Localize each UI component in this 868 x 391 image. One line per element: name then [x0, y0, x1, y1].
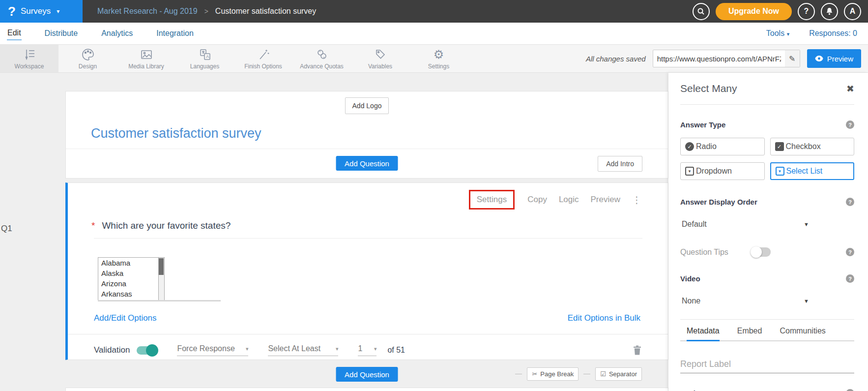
- edit-url-pencil-icon[interactable]: ✎: [785, 50, 800, 67]
- answer-display-order-dropdown[interactable]: Default ▼: [680, 220, 809, 229]
- close-icon[interactable]: ✖: [846, 83, 854, 94]
- kebab-menu-icon[interactable]: ⋮: [632, 194, 641, 206]
- workspace-icon: [23, 47, 36, 62]
- tab-analytics[interactable]: Analytics: [101, 27, 133, 40]
- answer-type-select-list[interactable]: ▼ Select List: [770, 162, 855, 180]
- question-settings-panel: Select Many ✖ Answer Type ? ✓ Radio ✓ Ch…: [668, 73, 868, 391]
- palette-icon: [81, 47, 95, 62]
- toolbar-item-languages[interactable]: A Languages: [175, 45, 234, 72]
- editor-main: Q1 Add Logo Customer satisfaction survey…: [0, 73, 868, 391]
- header-footer: Add Question Add Intro: [66, 149, 668, 178]
- validation-toggle[interactable]: [137, 346, 157, 355]
- list-item[interactable]: Alabama: [98, 258, 164, 268]
- chevron-down-icon: ▾: [787, 31, 790, 37]
- toolbar-item-advance-quotas[interactable]: Advance Quotas: [292, 45, 351, 72]
- tab-metadata[interactable]: Metadata: [687, 327, 720, 341]
- survey-header-card: Add Logo Customer satisfaction survey Ad…: [65, 91, 668, 179]
- panel-divider: [680, 104, 854, 105]
- metadata-tabs: Metadata Embed Communities: [680, 327, 854, 341]
- radio-check-icon: ✓: [685, 142, 694, 151]
- question-code: Q1: [1, 224, 12, 234]
- tab-distribute[interactable]: Distribute: [44, 27, 79, 40]
- help-icon[interactable]: ?: [846, 389, 854, 391]
- surveys-menu[interactable]: ? Surveys ▾: [0, 0, 83, 23]
- tab-integration[interactable]: Integration: [156, 27, 194, 40]
- notifications-button[interactable]: [821, 3, 838, 20]
- question-logic-action[interactable]: Logic: [559, 195, 579, 205]
- add-question-button-bottom[interactable]: Add Question: [336, 367, 398, 382]
- edit-options-in-bulk-link[interactable]: Edit Options in Bulk: [568, 313, 640, 323]
- image-icon: [140, 47, 153, 62]
- toolbar-item-variables[interactable]: Variables: [351, 45, 409, 72]
- question-text[interactable]: Which are your favorite states?: [102, 220, 231, 231]
- tag-icon: [374, 47, 387, 62]
- account-avatar[interactable]: A: [844, 3, 861, 20]
- chevron-down-icon: ▾: [246, 346, 249, 352]
- question-preview-action[interactable]: Preview: [591, 195, 620, 205]
- list-item[interactable]: Alaska: [98, 268, 164, 278]
- help-icon[interactable]: ?: [846, 274, 854, 283]
- report-label-input[interactable]: [680, 357, 854, 373]
- select-at-least-dropdown[interactable]: Select At Least ▾: [268, 344, 338, 356]
- question-settings-action[interactable]: Settings: [469, 190, 515, 210]
- add-question-button-top[interactable]: Add Question: [336, 156, 398, 171]
- quota-links-icon: [315, 47, 329, 62]
- tab-embed[interactable]: Embed: [737, 327, 762, 340]
- list-item[interactable]: Arizona: [98, 278, 164, 289]
- question-tips-toggle[interactable]: [751, 247, 771, 257]
- help-button[interactable]: ?: [798, 3, 815, 20]
- survey-url-input[interactable]: [653, 55, 785, 63]
- list-scrollbar[interactable]: [158, 258, 164, 300]
- help-icon: ?: [804, 7, 809, 16]
- page-break-icon: ✂: [532, 370, 537, 378]
- help-icon[interactable]: ?: [846, 248, 854, 256]
- separator-check-icon: ☑: [600, 370, 606, 378]
- toolbar-item-workspace[interactable]: Workspace: [0, 45, 58, 72]
- page-break-button[interactable]: ✂ Page Break: [527, 367, 579, 381]
- question-copy-action[interactable]: Copy: [527, 195, 547, 205]
- translate-icon: A: [198, 47, 212, 62]
- answer-type-dropdown[interactable]: ▼ Dropdown: [680, 162, 765, 180]
- survey-title[interactable]: Customer satisfaction survey: [91, 126, 668, 141]
- toolbar-item-media-library[interactable]: Media Library: [117, 45, 175, 72]
- answer-select-list[interactable]: Alabama Alaska Arizona Arkansas: [98, 257, 165, 301]
- connector-line: [515, 374, 522, 374]
- preview-button[interactable]: Preview: [807, 49, 861, 68]
- bell-icon: [826, 7, 833, 15]
- answer-type-label: Answer Type: [680, 120, 725, 129]
- list-item[interactable]: Arkansas: [98, 289, 164, 299]
- delete-question-button[interactable]: [633, 345, 641, 355]
- answer-type-radio[interactable]: ✓ Radio: [680, 138, 765, 155]
- survey-url-field: ✎: [653, 50, 800, 67]
- survey-canvas: Add Logo Customer satisfaction survey Ad…: [65, 91, 668, 391]
- toolbar-item-design[interactable]: Design: [58, 45, 117, 72]
- select-list-wrap: Alabama Alaska Arizona Arkansas: [98, 257, 221, 301]
- add-edit-options-link[interactable]: Add/Edit Options: [94, 313, 157, 323]
- help-icon[interactable]: ?: [846, 198, 854, 206]
- minimum-count-dropdown[interactable]: 1 ▾: [358, 344, 376, 356]
- add-logo-button[interactable]: Add Logo: [345, 97, 389, 114]
- separator-button[interactable]: ☑ Separator: [595, 367, 642, 381]
- force-response-dropdown[interactable]: Force Response ▾: [177, 344, 248, 356]
- top-bar: ? Surveys ▾ Market Research - Aug 2019 >…: [0, 0, 868, 23]
- answer-underline: [98, 300, 221, 301]
- video-dropdown[interactable]: None ▼: [680, 297, 809, 305]
- answer-type-checkbox[interactable]: ✓ Checkbox: [770, 138, 855, 155]
- required-asterisk: *: [91, 220, 95, 231]
- svg-text:A: A: [206, 54, 209, 59]
- tab-edit[interactable]: Edit: [7, 27, 22, 40]
- responses-count[interactable]: Responses: 0: [809, 29, 857, 38]
- upgrade-now-button[interactable]: Upgrade Now: [716, 3, 792, 20]
- toolbar-item-settings[interactable]: ⚙ Settings: [409, 45, 468, 72]
- breadcrumb-folder[interactable]: Market Research - Aug 2019: [97, 7, 198, 16]
- tools-menu[interactable]: Tools ▾: [766, 29, 789, 38]
- search-button[interactable]: [693, 3, 710, 20]
- validation-toggle-knob: [146, 344, 158, 357]
- breadcrumb: Market Research - Aug 2019 > Customer sa…: [97, 7, 316, 16]
- chevron-down-icon: ▼: [804, 221, 809, 227]
- list-scrollbar-thumb[interactable]: [159, 258, 164, 275]
- tab-communities[interactable]: Communities: [780, 327, 825, 340]
- help-icon[interactable]: ?: [846, 120, 854, 129]
- add-intro-button[interactable]: Add Intro: [598, 156, 642, 172]
- toolbar-item-finish-options[interactable]: Finish Options: [234, 45, 292, 72]
